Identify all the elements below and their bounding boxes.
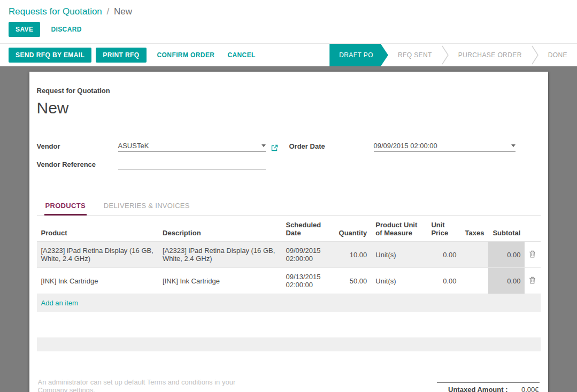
action-bar: SEND RFQ BY EMAIL PRINT RFQ CONFIRM ORDE… [0, 44, 577, 66]
action-buttons: SEND RFQ BY EMAIL PRINT RFQ CONFIRM ORDE… [0, 44, 258, 66]
cell-scheduled-date[interactable]: 09/09/2015 02:00:00 [281, 242, 334, 268]
save-button[interactable]: SAVE [9, 22, 40, 37]
delete-row-icon[interactable] [525, 242, 540, 268]
cell-unit-price[interactable]: 0.00 [427, 242, 460, 268]
order-date-label: Order Date [289, 142, 374, 152]
column-header-uom: Product Unit of Measure [371, 216, 427, 242]
chevron-down-icon[interactable] [511, 144, 516, 147]
add-an-item-link[interactable]: Add an item [41, 299, 78, 307]
chevron-separator-icon [442, 44, 449, 66]
tab-products[interactable]: PRODUCTS [44, 197, 87, 216]
statusbar: DRAFT PO RFQ SENT PURCHASE ORDER DONE [329, 44, 577, 66]
breadcrumb-current: New [114, 6, 132, 17]
cell-quantity[interactable]: 50.00 [335, 268, 372, 294]
cell-quantity[interactable]: 10.00 [335, 242, 372, 268]
status-step-label: RFQ SENT [398, 51, 432, 59]
vendor-reference-field[interactable] [118, 160, 266, 170]
breadcrumb-root[interactable]: Requests for Quotation [9, 6, 102, 17]
cell-product[interactable]: [INK] Ink Cartridge [37, 268, 159, 294]
column-header-unit-price: Unit Price [427, 216, 460, 242]
column-header-quantity: Quantity [335, 216, 372, 242]
column-header-product: Product [37, 216, 159, 242]
status-step-label: PURCHASE ORDER [458, 51, 522, 59]
form-sheet: Request for Quotation New Vendor ASUSTeK… [29, 72, 548, 392]
chevron-down-icon[interactable] [261, 144, 266, 147]
status-step-purchase-order[interactable]: PURCHASE ORDER [449, 44, 532, 66]
content-background: Request for Quotation New Vendor ASUSTeK… [0, 66, 577, 392]
cell-subtotal: 0.00 [488, 268, 525, 294]
status-step-draft-po[interactable]: DRAFT PO [329, 44, 388, 66]
cell-taxes[interactable] [461, 268, 489, 294]
save-toolbar: SAVE DISCARD [0, 20, 577, 43]
top-header: Requests for Quotation / New SAVE DISCAR… [0, 0, 577, 43]
cell-scheduled-date[interactable]: 09/13/2015 02:00:00 [281, 268, 334, 294]
table-header-row: Product Description Scheduled Date Quant… [37, 216, 541, 242]
add-item-row: Add an item [37, 294, 541, 312]
cell-description[interactable]: [A2323] iPad Retina Display (16 GB, Whit… [158, 242, 281, 268]
vendor-label: Vendor [37, 142, 118, 152]
cancel-button[interactable]: CANCEL [225, 48, 257, 63]
empty-section-strip [37, 337, 541, 351]
tab-deliveries-invoices[interactable]: DELIVERIES & INVOICES [103, 197, 191, 215]
order-date-value: 09/09/2015 02:00:00 [374, 142, 437, 150]
external-link-icon[interactable] [271, 144, 279, 152]
cell-uom[interactable]: Unit(s) [371, 242, 427, 268]
cell-taxes[interactable] [461, 242, 489, 268]
cell-uom[interactable]: Unit(s) [371, 268, 427, 294]
vendor-field[interactable]: ASUSTeK [118, 142, 266, 152]
chevron-separator-icon [532, 44, 538, 66]
status-step-label: DONE [548, 51, 567, 59]
form-fields: Vendor ASUSTeK Vendor Reference [37, 142, 541, 179]
untaxed-amount-row: Untaxed Amount : 0.00€ [437, 382, 540, 392]
untaxed-amount-label: Untaxed Amount : [448, 386, 515, 392]
notebook-tabs: PRODUCTS DELIVERIES & INVOICES [37, 197, 541, 216]
breadcrumb-separator: / [107, 6, 110, 17]
status-step-label: DRAFT PO [339, 51, 373, 59]
vendor-reference-label: Vendor Reference [37, 160, 118, 170]
column-header-description: Description [158, 216, 281, 242]
column-header-actions [525, 216, 540, 242]
order-date-field[interactable]: 09/09/2015 02:00:00 [374, 142, 516, 152]
column-header-scheduled-date: Scheduled Date [281, 216, 334, 242]
sheet-footer: Untaxed Amount : 0.00€ Taxes : 0.00€ Tot… [37, 378, 541, 392]
delete-row-icon[interactable] [525, 268, 540, 294]
send-rfq-by-email-button[interactable]: SEND RFQ BY EMAIL [9, 48, 91, 63]
terms-and-conditions [38, 378, 266, 392]
order-lines-table: Product Description Scheduled Date Quant… [37, 216, 541, 312]
column-header-taxes: Taxes [461, 216, 489, 242]
cell-description[interactable]: [INK] Ink Cartridge [158, 268, 281, 294]
column-header-subtotal: Subtotal [488, 216, 525, 242]
table-row: [INK] Ink Cartridge [INK] Ink Cartridge … [37, 268, 541, 294]
untaxed-amount-value: 0.00€ [516, 386, 539, 392]
cell-subtotal: 0.00 [488, 242, 525, 268]
breadcrumb: Requests for Quotation / New [0, 0, 577, 20]
status-step-rfq-sent[interactable]: RFQ SENT [388, 44, 442, 66]
sheet-subtitle: Request for Quotation [37, 87, 541, 95]
terms-textarea[interactable] [38, 378, 266, 392]
cell-product[interactable]: [A2323] iPad Retina Display (16 GB, Whit… [37, 242, 159, 268]
print-rfq-button[interactable]: PRINT RFQ [96, 48, 146, 63]
vendor-value: ASUSTeK [118, 142, 149, 150]
confirm-order-button[interactable]: CONFIRM ORDER [155, 48, 217, 63]
discard-button[interactable]: DISCARD [49, 22, 83, 37]
cell-unit-price[interactable]: 0.00 [427, 268, 460, 294]
totals: Untaxed Amount : 0.00€ Taxes : 0.00€ Tot… [437, 382, 540, 392]
page-title: New [37, 99, 541, 117]
status-step-done[interactable]: DONE [538, 44, 577, 66]
table-row: [A2323] iPad Retina Display (16 GB, Whit… [37, 242, 541, 268]
